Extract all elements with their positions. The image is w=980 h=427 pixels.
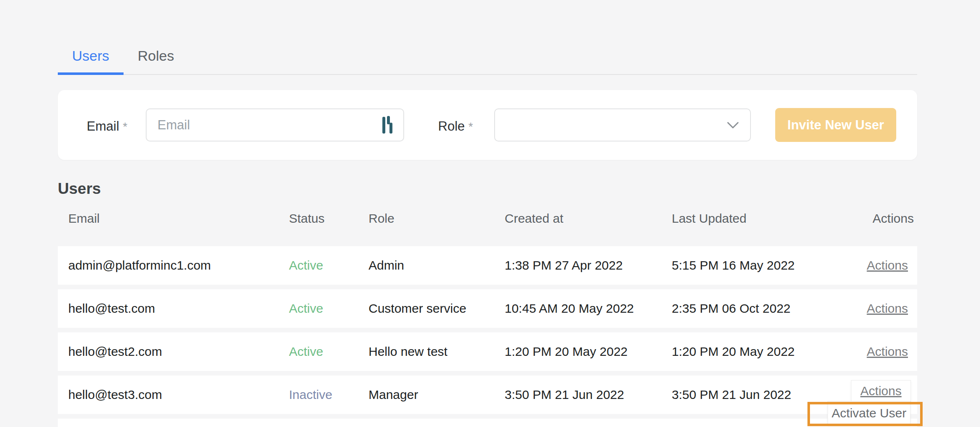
tab-users-label: Users [72,48,109,64]
actions-link[interactable]: Actions [867,332,908,371]
updated-cell: 1:20 PM 20 May 2022 [672,332,795,371]
updated-cell: 5:15 PM 16 May 2022 [672,246,795,285]
email-input[interactable] [146,108,404,141]
email-field-wrap [146,108,404,141]
invite-user-form-card: Email * Role * Invite New User [58,90,917,160]
users-section-title: Users [58,180,101,198]
header-role: Role [369,211,395,226]
required-asterisk: * [468,120,473,133]
invite-new-user-button[interactable]: Invite New User [775,108,896,142]
updated-cell: 3:50 PM 21 Jun 2022 [672,376,791,414]
email-label-text: Email [87,119,119,134]
role-cell: Manager [369,376,418,414]
header-created-at: Created at [505,211,563,226]
table-row: hello@test.com Active Customer service 1… [58,289,917,328]
password-manager-bars-icon[interactable] [382,116,393,135]
created-cell: 1:38 PM 27 Apr 2022 [505,246,623,285]
table-row: hello@test3.com Inactive Manager 3:50 PM… [58,376,917,414]
user-management-page: Users Roles Email * Role * Invite New Us… [58,0,917,427]
role-label-text: Role [438,119,465,134]
created-cell: 3:50 PM 21 Jun 2022 [505,376,624,414]
status-cell: Inactive [289,376,332,414]
role-cell: Admin [369,246,404,285]
required-asterisk: * [123,120,127,133]
tab-users[interactable]: Users [58,42,124,75]
email-cell: admin@platforminc1.com [68,246,211,285]
header-status: Status [289,211,325,226]
updated-cell: 2:35 PM 06 Oct 2022 [672,289,791,328]
status-cell: Active [289,246,323,285]
tab-bar: Users Roles [58,42,917,75]
email-cell: hello@test3.com [68,376,162,414]
actions-menu-trigger-popup: Actions [851,380,911,402]
header-last-updated: Last Updated [672,211,746,226]
status-cell: Active [289,289,323,328]
role-cell: Customer service [369,289,466,328]
created-cell: 1:20 PM 20 May 2022 [505,332,628,371]
actions-link[interactable]: Actions [867,246,908,285]
table-row: hello@test2.com Active Hello new test 1:… [58,332,917,371]
role-select[interactable] [494,108,751,141]
email-cell: hello@test.com [68,289,155,328]
table-row: admin@platforminc1.com Active Admin 1:38… [58,246,917,285]
tab-roles-label: Roles [138,48,174,64]
email-cell: hello@test2.com [68,332,162,371]
role-field-label: Role * [438,119,473,134]
header-actions: Actions [873,211,914,226]
chevron-down-icon [727,121,739,131]
role-cell: Hello new test [369,332,447,371]
actions-link[interactable]: Actions [860,384,901,398]
activate-user-menu-item[interactable]: Activate User [828,401,910,425]
table-header-row: Email Status Role Created at Last Update… [58,211,917,232]
created-cell: 10:45 AM 20 May 2022 [505,289,634,328]
status-cell: Active [289,332,323,371]
actions-link[interactable]: Actions [867,289,908,328]
tab-roles[interactable]: Roles [124,42,188,75]
header-email: Email [68,211,100,226]
table-row [58,419,917,427]
email-field-label: Email * [87,119,127,134]
